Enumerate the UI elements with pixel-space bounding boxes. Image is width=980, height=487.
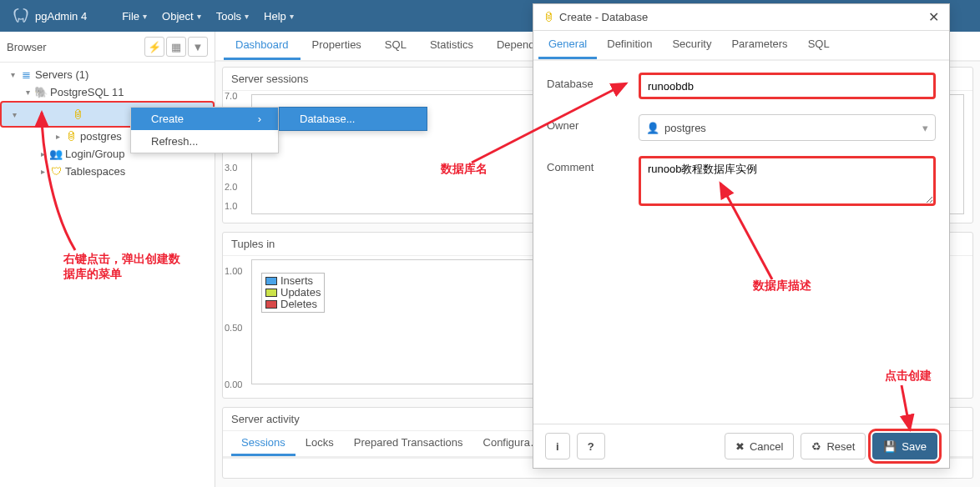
tree-servers[interactable]: ▾ ≣ Servers (1) — [0, 66, 215, 83]
user-icon: 👤 — [646, 122, 659, 134]
dlg-tab-general[interactable]: General — [538, 31, 597, 59]
chevron-down-icon: ▾ — [245, 12, 249, 21]
chevron-right-icon: › — [258, 113, 261, 125]
annotation-db-desc: 数据库描述 — [753, 279, 811, 294]
chart-legend: Inserts Updates Deletes — [261, 273, 325, 313]
app-logo: pgAdmin 4 — [12, 7, 87, 25]
database-label: Database — [547, 73, 639, 90]
database-icon: 🛢 — [71, 108, 86, 121]
context-menu: Create › Refresh... — [130, 107, 279, 153]
chevron-down-icon: ▾ — [197, 12, 201, 21]
context-item-refresh[interactable]: Refresh... — [131, 130, 278, 153]
y-tick: 3.0 — [225, 163, 237, 173]
context-item-create[interactable]: Create › — [131, 108, 278, 130]
legend-swatch — [265, 289, 277, 297]
owner-select[interactable]: 👤 postgres ▾ — [639, 114, 936, 141]
toolbar-lightning-button[interactable]: ⚡ — [144, 37, 164, 57]
chevron-down-icon: ▾ — [290, 12, 294, 21]
dlg-tab-security[interactable]: Security — [662, 31, 721, 59]
toolbar-grid-button[interactable]: ▦ — [166, 37, 186, 57]
create-database-dialog: 🛢 Create - Database ✕ General Definition… — [533, 3, 950, 469]
tab-sql[interactable]: SQL — [373, 32, 418, 60]
dlg-tab-definition[interactable]: Definition — [597, 31, 662, 59]
annotation-db-name: 数据库名 — [441, 162, 487, 177]
y-tick: 2.0 — [225, 182, 237, 192]
x-icon: ✖ — [735, 440, 745, 453]
legend-swatch — [265, 300, 277, 309]
subtab-sessions[interactable]: Sessions — [231, 431, 296, 456]
chevron-right-icon: ▸ — [37, 149, 48, 158]
comment-textarea[interactable] — [639, 156, 936, 206]
server-group-icon: ≣ — [18, 68, 33, 81]
chevron-down-icon: ▾ — [922, 122, 928, 134]
app-title: pgAdmin 4 — [35, 10, 87, 23]
comment-label: Comment — [547, 156, 639, 173]
owner-label: Owner — [547, 114, 639, 132]
recycle-icon: ♻ — [811, 440, 821, 453]
dialog-title: Create - Database — [559, 11, 648, 23]
tab-dashboard[interactable]: Dashboard — [224, 32, 301, 60]
dlg-tab-parameters[interactable]: Parameters — [721, 31, 797, 59]
y-tick: 0.50 — [225, 323, 242, 333]
chevron-down-icon: ▾ — [7, 70, 18, 79]
menu-object[interactable]: Object▾ — [162, 10, 201, 23]
chevron-down-icon: ▾ — [22, 88, 33, 97]
tree-tablespaces[interactable]: ▸ 🛡 Tablespaces — [0, 163, 215, 180]
help-button[interactable]: ? — [577, 433, 605, 459]
dialog-tabs: General Definition Security Parameters S… — [533, 31, 949, 61]
help-icon: ? — [588, 440, 594, 453]
y-tick: 7.0 — [225, 91, 237, 101]
toolbar-filter-button[interactable]: ▼ — [188, 37, 208, 57]
context-submenu: Database... — [279, 107, 427, 131]
cancel-button[interactable]: ✖Cancel — [725, 433, 794, 459]
reset-button[interactable]: ♻Reset — [801, 433, 866, 459]
database-input[interactable] — [639, 73, 936, 99]
chevron-down-icon: ▾ — [143, 12, 147, 21]
tab-properties[interactable]: Properties — [301, 32, 373, 60]
close-icon[interactable]: ✕ — [928, 9, 939, 25]
tablespace-icon: 🛡 — [48, 165, 63, 178]
subtab-prepared[interactable]: Prepared Transactions — [344, 431, 473, 456]
y-tick: 0.00 — [225, 379, 242, 389]
menu-tools[interactable]: Tools▾ — [216, 10, 249, 23]
legend-swatch — [265, 277, 277, 285]
annotation-click-create: 点击创建 — [885, 369, 932, 384]
chevron-right-icon: ▸ — [52, 132, 63, 141]
y-tick: 1.00 — [225, 266, 242, 276]
save-button[interactable]: 💾Save — [872, 433, 937, 459]
chevron-down-icon: ▾ — [8, 110, 20, 119]
database-icon: 🛢 — [543, 11, 554, 23]
database-icon: 🛢 — [63, 130, 78, 143]
dlg-tab-sql[interactable]: SQL — [798, 31, 840, 59]
info-icon: i — [556, 440, 559, 453]
elephant-icon — [12, 7, 30, 25]
elephant-icon: 🐘 — [33, 86, 48, 98]
users-icon: 👥 — [48, 148, 63, 160]
menu-file[interactable]: File▾ — [122, 10, 147, 23]
context-subitem-database[interactable]: Database... — [280, 108, 427, 130]
tree-postgres11[interactable]: ▾ 🐘 PostgreSQL 11 — [0, 83, 215, 101]
annotation-left: 右键点击，弹出创建数 据库的菜单 — [63, 252, 180, 281]
chevron-right-icon: ▸ — [37, 167, 48, 176]
y-tick: 1.0 — [225, 201, 237, 211]
save-icon: 💾 — [883, 440, 897, 453]
tab-statistics[interactable]: Statistics — [418, 32, 485, 60]
subtab-locks[interactable]: Locks — [296, 431, 344, 456]
info-button[interactable]: i — [545, 433, 570, 459]
menu-help[interactable]: Help▾ — [264, 10, 294, 23]
browser-title: Browser — [7, 41, 47, 53]
